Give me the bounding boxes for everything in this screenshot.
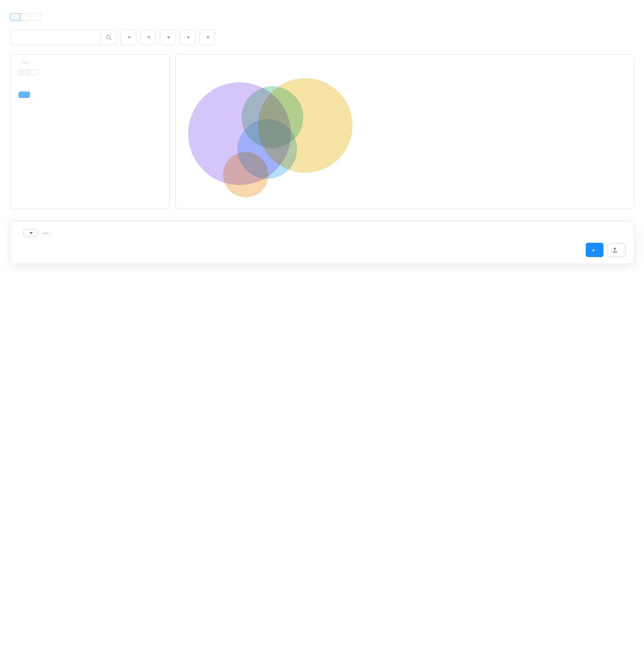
view-details-button[interactable] bbox=[18, 91, 30, 98]
filter-intent[interactable] bbox=[180, 30, 195, 45]
opp-tab-missing[interactable] bbox=[19, 70, 29, 75]
svg-line-1 bbox=[110, 39, 111, 40]
venn-diagram bbox=[184, 66, 356, 201]
keyword-overlap-card bbox=[176, 54, 634, 209]
keyword-filter-input[interactable] bbox=[10, 30, 100, 45]
filter-position[interactable] bbox=[121, 30, 136, 45]
filter-kd[interactable] bbox=[160, 30, 176, 45]
filter-advanced[interactable] bbox=[199, 30, 215, 45]
details-domain-select[interactable] bbox=[23, 229, 37, 237]
filter-volume[interactable] bbox=[140, 30, 156, 45]
you-badge bbox=[42, 232, 49, 234]
you-badge bbox=[23, 62, 29, 64]
export-button[interactable] bbox=[607, 243, 626, 257]
add-to-keyword-list-button[interactable]: + bbox=[586, 243, 603, 257]
tab-pla[interactable] bbox=[30, 13, 41, 20]
tab-paid[interactable] bbox=[20, 13, 31, 20]
top-opportunities-card bbox=[10, 54, 170, 209]
opp-tab-weak[interactable] bbox=[29, 70, 39, 75]
keyword-filter-input-wrap bbox=[10, 30, 116, 45]
keyword-details-panel: + bbox=[10, 221, 634, 264]
search-icon[interactable] bbox=[100, 30, 116, 45]
svg-point-0 bbox=[106, 35, 110, 39]
tab-organic[interactable] bbox=[10, 13, 21, 20]
